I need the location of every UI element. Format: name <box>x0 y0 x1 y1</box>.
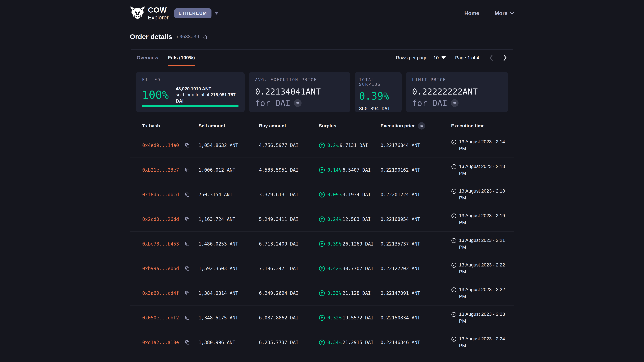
tx-hash-link[interactable]: 0x2cd0...26dd <box>142 217 179 222</box>
table-row: 0x050e...cbf2 1,348.5175 ANT 6,087.8862 … <box>130 306 514 330</box>
execution-time-text: 13 August 2023 - 2:18 PM <box>459 163 510 177</box>
cow-explorer-logo[interactable]: COW Explorer <box>130 6 168 20</box>
filled-sold-prefix: sold for a total of <box>176 92 210 97</box>
sell-amount-cell: 1,592.3503 ANT <box>198 266 259 271</box>
execution-price-cell: 0.22201224 ANT <box>380 192 451 197</box>
surplus-up-icon <box>319 241 325 247</box>
rows-per-page-select[interactable]: 10 <box>434 55 446 60</box>
col-tx-hash: Tx hash <box>142 123 198 129</box>
table-row: 0xb21e...23e7 1,006.012 ANT 4,533.5951 D… <box>130 158 514 182</box>
tab-overview[interactable]: Overview <box>137 50 158 66</box>
tab-fills[interactable]: Fills (100%) <box>168 50 195 66</box>
surplus-cell: 0.24% 12.583 DAI <box>319 216 380 222</box>
tx-hash-link[interactable]: 0xd1a2...a18e <box>142 340 179 345</box>
limit-price-unit: for DAI <box>412 98 448 108</box>
buy-amount-cell: 6,235.7737 DAI <box>259 340 319 345</box>
surplus-cell: 0.2% 9.7131 DAI <box>319 142 380 148</box>
clock-icon <box>451 139 457 145</box>
logo-sub-text: Explorer <box>148 15 168 20</box>
execution-time-cell: 13 August 2023 - 2:18 PM <box>451 188 510 201</box>
summary-cards: FILLED 100% 48,020.1919 ANT sold for a t… <box>130 66 514 112</box>
total-surplus-label: TOTAL SURPLUS <box>359 77 397 87</box>
execution-time-cell: 13 August 2023 - 2:22 PM <box>451 286 510 300</box>
page-indicator: Page 1 of 4 <box>455 55 479 60</box>
execution-time-cell: 13 August 2023 - 2:22 PM <box>451 262 510 275</box>
table-row: 0xbe78...b453 1,486.0253 ANT 6,713.2409 … <box>130 232 514 256</box>
prev-page-button[interactable] <box>489 54 493 61</box>
sell-amount-cell: 1,006.012 ANT <box>198 167 259 173</box>
table-body: 0x4ed9...14a0 1,054.8632 ANT 4,756.5977 … <box>130 133 514 355</box>
chevron-down-icon <box>510 12 514 15</box>
execution-price-cell: 0.22190162 ANT <box>380 167 451 173</box>
tx-hash-link[interactable]: 0xbe78...b453 <box>142 241 179 247</box>
copy-tx-hash-icon[interactable] <box>185 315 190 321</box>
nav-more[interactable]: More <box>495 10 514 16</box>
tx-hash-link[interactable]: 0x4ed9...14a0 <box>142 143 179 148</box>
pagination-controls: Rows per page: 10 Page 1 of 4 <box>396 54 508 61</box>
copy-tx-hash-icon[interactable] <box>185 266 190 271</box>
surplus-percent: 0.09% <box>327 192 342 197</box>
clock-icon <box>451 164 457 169</box>
copy-tx-hash-icon[interactable] <box>185 217 190 222</box>
tx-hash-link[interactable]: 0xb21e...23e7 <box>142 167 179 173</box>
table-row: 0xd1a2...a18e 1,380.996 ANT 6,235.7737 D… <box>130 330 514 355</box>
avg-price-unit: for DAI <box>255 98 290 108</box>
tx-hash-link[interactable]: 0x3a69...cd4f <box>142 291 179 296</box>
nav-home[interactable]: Home <box>464 10 479 16</box>
invert-price-column-icon[interactable] <box>418 122 425 130</box>
fills-table: Tx hash Sell amount Buy amount Surplus E… <box>130 119 514 355</box>
table-row: 0xf8da...dbcd 750.3154 ANT 3,379.6131 DA… <box>130 182 514 207</box>
copy-order-id-icon[interactable] <box>202 34 208 40</box>
sell-amount-cell: 1,384.0314 ANT <box>198 291 259 296</box>
execution-time-cell: 13 August 2023 - 2:19 PM <box>451 212 510 226</box>
col-surplus: Surplus <box>319 123 380 129</box>
execution-time-text: 13 August 2023 - 2:22 PM <box>459 262 510 275</box>
copy-tx-hash-icon[interactable] <box>185 340 190 345</box>
tx-hash-link[interactable]: 0xf8da...dbcd <box>142 192 179 197</box>
clock-icon <box>451 336 457 342</box>
copy-tx-hash-icon[interactable] <box>185 241 190 247</box>
network-selector-badge[interactable]: ETHEREUM <box>174 8 212 18</box>
buy-amount-cell: 3,379.6131 DAI <box>259 192 319 197</box>
total-surplus-percent: 0.39% <box>359 90 397 102</box>
invert-price-icon[interactable] <box>451 99 458 107</box>
surplus-amount: 21.128 DAI <box>342 291 371 296</box>
surplus-amount: 21.2915 DAI <box>342 340 374 345</box>
surplus-up-icon <box>319 216 325 222</box>
copy-tx-hash-icon[interactable] <box>185 143 190 148</box>
execution-time-cell: 13 August 2023 - 2:21 PM <box>451 237 510 251</box>
buy-amount-cell: 6,087.8862 DAI <box>259 315 319 321</box>
tx-hash-link[interactable]: 0x050e...cbf2 <box>142 315 179 321</box>
copy-tx-hash-icon[interactable] <box>185 167 190 173</box>
table-row: 0xb99a...ebbd 1,592.3503 ANT 7,196.3471 … <box>130 256 514 281</box>
buy-amount-cell: 6,713.2409 DAI <box>259 241 319 247</box>
execution-time-cell: 13 August 2023 - 2:23 PM <box>451 311 510 325</box>
col-execution-price: Execution price <box>380 122 451 130</box>
buy-amount-cell: 5,249.3411 DAI <box>259 217 319 222</box>
surplus-percent: 0.33% <box>327 291 342 296</box>
filled-label: FILLED <box>142 77 239 82</box>
clock-icon <box>451 287 457 293</box>
network-caret-icon[interactable] <box>214 12 218 14</box>
surplus-up-icon <box>319 315 325 321</box>
avg-price-value: 0.22134041ANT <box>255 87 344 96</box>
sell-amount-cell: 750.3154 ANT <box>198 192 259 197</box>
surplus-amount: 9.7131 DAI <box>340 143 368 148</box>
surplus-amount: 12.583 DAI <box>342 217 371 222</box>
next-page-button[interactable] <box>503 54 507 61</box>
main-nav: Home More <box>464 10 514 16</box>
copy-tx-hash-icon[interactable] <box>185 192 190 197</box>
copy-tx-hash-icon[interactable] <box>185 291 190 296</box>
buy-amount-cell: 4,533.5951 DAI <box>259 167 319 173</box>
col-execution-price-label: Execution price <box>380 123 416 129</box>
logo-brand-text: COW <box>148 6 168 14</box>
surplus-percent: 0.2% <box>327 143 338 148</box>
total-surplus-amount: 860.894 DAI <box>359 106 397 111</box>
table-row: 0x2cd0...26dd 1,163.724 ANT 5,249.3411 D… <box>130 207 514 232</box>
execution-price-cell: 0.22135737 ANT <box>380 241 451 247</box>
buy-amount-cell: 7,196.3471 DAI <box>259 266 319 271</box>
surplus-cell: 0.42% 30.7707 DAI <box>319 266 380 272</box>
invert-price-icon[interactable] <box>294 99 302 107</box>
tx-hash-link[interactable]: 0xb99a...ebbd <box>142 266 179 271</box>
rows-per-page-caret-icon <box>442 56 446 59</box>
